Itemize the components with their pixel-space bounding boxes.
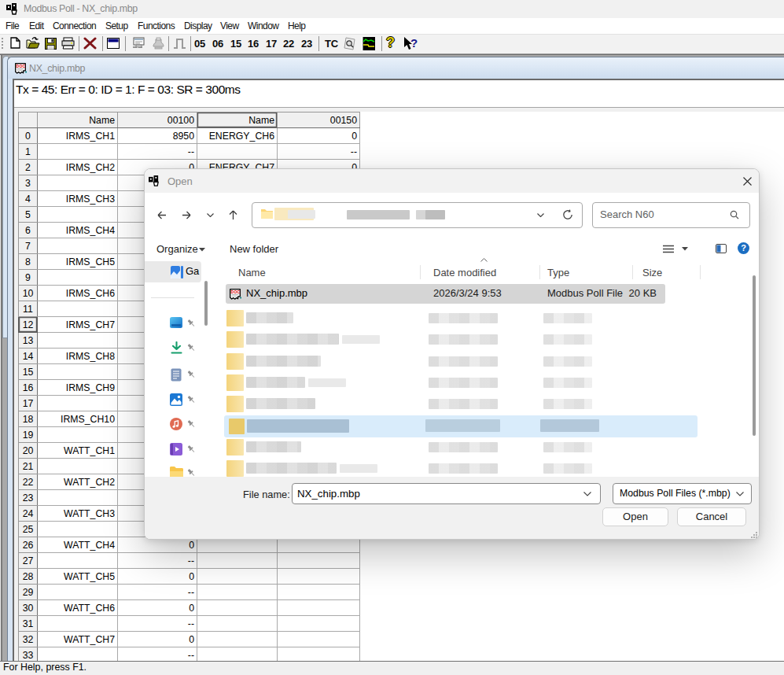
svg-text:DOC: DOC [231, 290, 241, 294]
svg-text:DOC: DOC [17, 64, 26, 68]
svg-text:?: ? [410, 36, 418, 50]
